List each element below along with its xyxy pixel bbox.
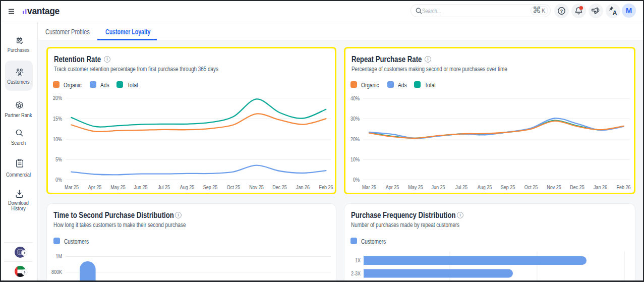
svg-text:A: A	[612, 10, 617, 17]
svg-text:?: ?	[560, 8, 563, 14]
